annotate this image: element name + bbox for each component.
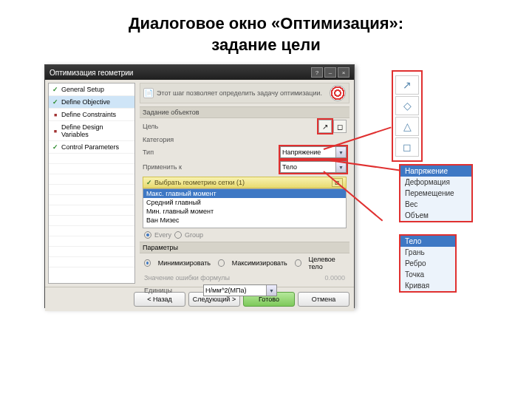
goal-icon-2[interactable]: ◻: [333, 120, 347, 133]
callout-apply-list: Тело Грань Ребро Точка Кривая: [399, 234, 457, 293]
sidebar-item-define-constraints[interactable]: Define Constraints: [49, 109, 134, 121]
every-group-row: Every Group: [140, 228, 349, 242]
moment-listbox[interactable]: Макс. главный момент Средний главный Мин…: [143, 188, 347, 228]
title-line2: задание цели: [15, 35, 517, 56]
maximize-radio[interactable]: [218, 259, 225, 267]
diamond-icon: ◇: [395, 96, 419, 115]
goal-icon-1[interactable]: ↗: [318, 120, 332, 133]
every-radio[interactable]: [144, 231, 151, 239]
group-radio[interactable]: [174, 231, 182, 239]
minimize-radio[interactable]: [144, 259, 151, 267]
goal-label: Цель: [143, 123, 202, 130]
list-item[interactable]: Ребро: [400, 258, 455, 269]
titlebar: Оптимизация геометрии ? – ×: [45, 65, 354, 80]
sidebar-item-define-design-variables[interactable]: Define Design Variables: [49, 121, 134, 141]
list-item[interactable]: Макс. главный момент: [143, 189, 346, 198]
chevron-down-icon: ▼: [335, 162, 346, 172]
formula-value: 0.0000: [324, 274, 345, 282]
type-combo[interactable]: Напряжение ▼: [280, 146, 347, 158]
list-item[interactable]: Ван Мизес: [143, 216, 346, 225]
params-header: Параметры: [140, 242, 349, 253]
list-item[interactable]: Перемещение: [400, 188, 471, 199]
list-item[interactable]: Объем: [400, 210, 471, 221]
list-item[interactable]: Вес: [400, 199, 471, 210]
square-icon: ◻: [395, 137, 419, 157]
sidebar-item-control-parameters[interactable]: Control Parameters: [49, 141, 134, 154]
units-combo[interactable]: Н/мм^2(МПа) ▼: [203, 284, 277, 296]
apply-combo[interactable]: Тело ▼: [280, 161, 347, 173]
check-icon: [52, 86, 59, 93]
help-button[interactable]: ?: [311, 67, 323, 78]
list-item[interactable]: Деформация: [400, 177, 471, 188]
window-title: Оптимизация геометрии: [50, 69, 311, 77]
optimization-dialog: Оптимизация геометрии ? – × General Setu…: [44, 64, 355, 308]
sidebar-item-general-setup[interactable]: General Setup: [49, 83, 134, 96]
check-icon: [52, 98, 59, 106]
list-item[interactable]: Напряжение: [400, 166, 471, 177]
wizard-sidebar: General Setup Define Objective Define Co…: [48, 83, 135, 284]
list-item[interactable]: Мин. главный момент: [143, 207, 346, 216]
list-item[interactable]: Средний главный: [143, 198, 346, 207]
hint-text: Этот шаг позволяет определить задачу опт…: [157, 89, 327, 97]
list-item[interactable]: Точка: [400, 269, 455, 280]
required-icon: [52, 127, 59, 134]
sidebar-item-define-objective[interactable]: Define Objective: [49, 96, 134, 109]
objects-header: Задание объектов: [140, 106, 349, 118]
list-item[interactable]: Кривая: [400, 280, 455, 291]
list-item[interactable]: Тело: [400, 236, 455, 247]
triangle-icon: △: [395, 117, 419, 136]
slide-title: Диалоговое окно «Оптимизация»: задание ц…: [0, 0, 532, 64]
target-icon: [330, 85, 346, 101]
list-item[interactable]: Грань: [400, 247, 455, 258]
units-label: Единицы: [144, 287, 203, 294]
geometry-select-bar[interactable]: Выбрать геометрию сетки (1) ◘: [143, 177, 347, 188]
main-panel: 📄 Этот шаг позволяет определить задачу о…: [138, 80, 354, 287]
close-button[interactable]: ×: [338, 67, 349, 78]
title-line1: Диалоговое окно «Оптимизация»:: [15, 13, 517, 35]
callout-type-list: Напряжение Деформация Перемещение Вес Об…: [399, 164, 473, 222]
chevron-down-icon: ▼: [266, 285, 276, 296]
curve-icon: ↗: [395, 75, 419, 95]
category-label: Категория: [143, 136, 202, 143]
minimize-button[interactable]: –: [324, 67, 336, 78]
chevron-down-icon: ▼: [335, 147, 346, 157]
check-icon: [146, 179, 154, 186]
info-icon: 📄: [143, 88, 154, 98]
apply-label: Применить к: [143, 163, 202, 171]
hint-row: 📄 Этот шаг позволяет определить задачу о…: [140, 83, 349, 103]
target-radio[interactable]: [295, 259, 301, 267]
check-icon: [52, 143, 59, 151]
callout-goal-icons: ↗ ◇ △ ◻: [392, 70, 423, 162]
formula-label: Значение ошибки формулы: [144, 274, 230, 282]
type-label: Тип: [143, 149, 202, 156]
required-icon: [52, 111, 59, 118]
